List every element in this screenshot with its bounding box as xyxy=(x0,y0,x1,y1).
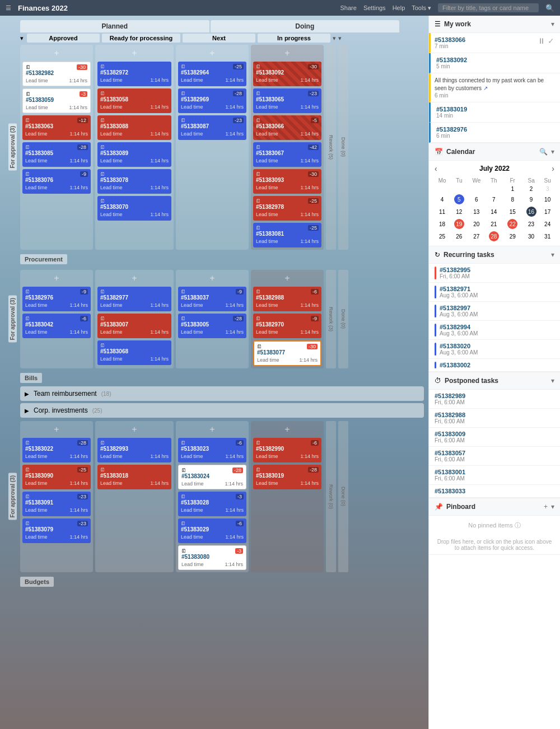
card-51383091[interactable]: 🗓 -23 #51383091 Lead time1:14 hrs xyxy=(22,492,91,516)
card-51383092-ip[interactable]: 🗓 -30 #51383092 Lead time1:14 hrs xyxy=(253,62,321,86)
pause-icon[interactable]: ⏸ xyxy=(538,36,545,45)
card-51382972[interactable]: 🗓 #51382972 Lead time1:14 hrs xyxy=(97,62,171,86)
card-51383066-ip[interactable]: 🗓 -5 #51383066 Lead time1:14 hrs xyxy=(253,115,321,140)
add-card-inprogress-budgets[interactable]: + xyxy=(253,423,321,436)
cal-day[interactable]: 26 xyxy=(450,230,468,242)
postponed-header[interactable]: ⏱ Postponed tasks ▾ xyxy=(429,372,560,390)
card-51383007[interactable]: 🗓 #51383007 Lead time1:14 hrs xyxy=(97,314,171,338)
cal-day[interactable]: 10 xyxy=(540,193,554,205)
cal-day[interactable]: 21 xyxy=(484,218,503,230)
cal-day[interactable]: 13 xyxy=(469,205,485,218)
cal-day[interactable]: 29 xyxy=(503,230,522,242)
card-51382993[interactable]: 🗓 #51382993 Lead time1:14 hrs xyxy=(97,438,171,462)
my-work-header[interactable]: ☰ My work ▾ xyxy=(429,16,560,33)
postponed-item-2[interactable]: #51382988 Fri, 6:00 AM xyxy=(429,409,560,428)
cal-day-5[interactable]: 5 xyxy=(450,193,468,205)
cal-day-16[interactable]: 16 xyxy=(522,205,540,218)
card-51383085[interactable]: 🗓 -28 #51383085 Lead time1:14 hrs xyxy=(22,142,91,167)
calendar-search[interactable]: 🔍 xyxy=(539,148,548,156)
cal-day[interactable]: 7 xyxy=(484,193,503,205)
cal-day[interactable]: 14 xyxy=(484,205,503,218)
card-51383087[interactable]: 🗓 -23 #51383087 Lead time1:14 hrs xyxy=(178,115,246,140)
card-51382990[interactable]: 🗓 -6 #51382990 Lead time1:14 hrs xyxy=(253,438,321,462)
calendar-header[interactable]: 📅 Calendar 🔍 ▾ xyxy=(429,143,560,161)
card-51383078[interactable]: 🗓 #51383078 Lead time1:14 hrs xyxy=(97,169,171,194)
card-51383058[interactable]: 🗓 #51383058 Lead time1:14 hrs xyxy=(97,88,171,113)
add-card-inprogress-bills[interactable]: + xyxy=(253,272,321,284)
cal-day[interactable]: 17 xyxy=(540,205,554,218)
doing-collapse-1[interactable]: ▾ xyxy=(333,35,336,42)
cal-day[interactable]: 4 xyxy=(435,193,450,205)
card-51383076[interactable]: 🗓 -9 #51383076 Lead time1:14 hrs xyxy=(22,169,91,194)
card-51382969[interactable]: 🗓 -28 #51382969 Lead time1:14 hrs xyxy=(178,88,246,113)
help-link[interactable]: Help xyxy=(393,4,405,11)
card-51382976b[interactable]: 🗓 -9 #51382976 Lead time1:14 hrs xyxy=(22,287,91,311)
cal-day[interactable]: 23 xyxy=(522,218,540,230)
cal-day[interactable]: 30 xyxy=(522,230,540,242)
add-card-approved-proc[interactable]: + xyxy=(22,47,91,59)
card-51383063[interactable]: 🗓 -12 #51383063 Lead time1:14 hrs xyxy=(22,115,91,140)
recurring-item-2[interactable]: #51382971 Aug 3, 6:00 AM xyxy=(429,283,560,302)
calendar-collapse[interactable]: ▾ xyxy=(551,148,554,156)
card-51383065[interactable]: 🗓 -23 #51383065 Lead time1:14 hrs xyxy=(253,88,321,113)
recurring-header[interactable]: ↻ Recurring tasks ▾ xyxy=(429,246,560,264)
card-51383079[interactable]: 🗓 -23 #51383079 Lead time1:14 hrs xyxy=(22,518,91,543)
card-51383024[interactable]: 🗓 -28 #51383024 Lead time1:14 hrs xyxy=(178,465,246,489)
add-card-approved-budgets[interactable]: + xyxy=(22,423,91,436)
add-card-next-proc[interactable]: + xyxy=(178,47,246,59)
card-51383018[interactable]: 🗓 #51383018 Lead time1:14 hrs xyxy=(97,465,171,489)
postponed-item-3[interactable]: #51383009 Fri, 6:00 AM xyxy=(429,428,560,447)
calendar-prev[interactable]: ‹ xyxy=(435,164,437,173)
card-51382977[interactable]: 🗓 #51382977 Lead time1:14 hrs xyxy=(97,287,171,311)
cal-day[interactable]: 9 xyxy=(522,193,540,205)
check-icon[interactable]: ✓ xyxy=(548,36,554,45)
cal-day[interactable]: 24 xyxy=(540,218,554,230)
recurring-collapse[interactable]: ▾ xyxy=(551,251,554,259)
mywork-collapse[interactable]: ▾ xyxy=(551,20,554,28)
recurring-item-5[interactable]: #51383020 Aug 3, 6:00 AM xyxy=(429,340,560,359)
menu-icon[interactable]: ☰ xyxy=(6,4,11,12)
cal-day-22[interactable]: 22 xyxy=(503,218,522,230)
recurring-item-1[interactable]: #51382995 Fri, 6:00 AM xyxy=(429,264,560,283)
add-card-next-budgets[interactable]: + xyxy=(178,423,246,436)
approved-chevron[interactable]: ▾ xyxy=(20,35,24,42)
cal-day[interactable]: 20 xyxy=(469,218,485,230)
card-51383029[interactable]: 🗓 -6 #51383029 Lead time1:14 hrs xyxy=(178,518,246,543)
postponed-item-6[interactable]: #51383033 xyxy=(429,485,560,498)
search-icon[interactable]: 🔍 xyxy=(545,4,554,12)
card-51383028[interactable]: 🗓 -3 #51383028 Lead time1:14 hrs xyxy=(178,492,246,516)
search-input[interactable] xyxy=(438,3,539,12)
cal-day-28[interactable]: 28 xyxy=(484,230,503,242)
card-51382988b[interactable]: 🗓 -6 #51382988 Lead time1:14 hrs xyxy=(253,287,321,311)
card-51383019b[interactable]: 🗓 -28 #51383019 Lead time1:14 hrs xyxy=(253,465,321,489)
card-51383068[interactable]: 🗓 #51383068 Lead time1:14 hrs xyxy=(97,340,171,365)
cal-day[interactable]: 2 xyxy=(522,185,540,193)
share-link[interactable]: Share xyxy=(340,4,357,11)
card-51383093[interactable]: 🗓 -30 #51383093 Lead time1:14 hrs xyxy=(253,169,321,194)
tools-menu[interactable]: Tools ▾ xyxy=(412,4,431,12)
cal-day[interactable]: 31 xyxy=(540,230,554,242)
cal-day[interactable]: 15 xyxy=(503,205,522,218)
postponed-item-4[interactable]: #51383057 Fri, 6:00 AM xyxy=(429,447,560,466)
add-card-next-bills[interactable]: + xyxy=(178,272,246,284)
postponed-item-5[interactable]: #51383001 Fri, 6:00 AM xyxy=(429,466,560,485)
recurring-item-6[interactable]: #51383002 xyxy=(429,359,560,372)
recurring-item-3[interactable]: #51382997 Aug 3, 6:00 AM xyxy=(429,302,560,321)
pinboard-add[interactable]: + xyxy=(544,503,548,511)
doing-collapse-2[interactable]: ▾ xyxy=(338,35,342,42)
card-51383023[interactable]: 🗓 -6 #51383023 Lead time1:14 hrs xyxy=(178,438,246,462)
card-51383005[interactable]: 🗓 -28 #51383005 Lead time1:14 hrs xyxy=(178,314,246,338)
cal-day[interactable]: 8 xyxy=(503,193,522,205)
card-51383070[interactable]: 🗓 #51383070 Lead time1:14 hrs xyxy=(97,196,171,221)
cal-day-19[interactable]: 19 xyxy=(450,218,468,230)
card-51383080[interactable]: 🗓 -3 #51383080 Lead time1:14 hrs xyxy=(178,545,246,570)
corp-investments-group[interactable]: ▶ Corp. investments (25) xyxy=(20,403,424,418)
card-51383022[interactable]: 🗓 -28 #51383022 Lead time1:14 hrs xyxy=(22,438,91,462)
cal-day[interactable]: 25 xyxy=(435,230,450,242)
card-51383077[interactable]: 🗓 -30 #51383077 Lead time1:14 hrs xyxy=(253,340,321,366)
card-51382978[interactable]: 🗓 -25 #51382978 Lead time1:14 hrs xyxy=(253,196,321,221)
cal-day[interactable]: 1 xyxy=(503,185,522,193)
add-card-ready-proc[interactable]: + xyxy=(97,47,171,59)
recurring-item-4[interactable]: #51382994 Aug 3, 6:00 AM xyxy=(429,321,560,340)
cal-day[interactable]: 11 xyxy=(435,205,450,218)
